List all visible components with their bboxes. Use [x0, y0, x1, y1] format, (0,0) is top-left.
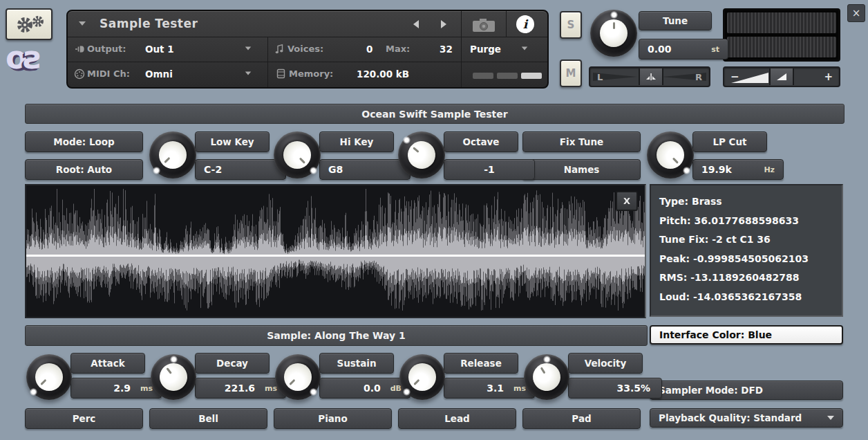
- interface-color-button[interactable]: Interface Color: Blue: [650, 325, 843, 345]
- memory-value: 120.00 kB: [357, 68, 409, 80]
- names-button[interactable]: Names: [522, 159, 641, 180]
- memory-icon: [276, 68, 285, 79]
- octave-knob[interactable]: [398, 131, 445, 178]
- sample-name-bar[interactable]: Sample: Along The Way 1: [25, 325, 648, 346]
- knob-tick: [290, 379, 296, 385]
- info-pitch: Pitch: 36.0177688598633: [659, 212, 833, 231]
- attack-label-plate: Attack: [70, 353, 145, 374]
- pan-slider[interactable]: L R: [589, 66, 710, 87]
- decay-value-plate: 221.6 ms: [195, 378, 286, 398]
- output-label: Output:: [87, 44, 126, 54]
- low-key-value: C-2: [204, 164, 222, 175]
- preset-piano-button[interactable]: Piano: [274, 408, 392, 429]
- divider: [461, 11, 462, 87]
- tune-label-plate: Tune: [639, 11, 712, 30]
- sample-name-text: Sample: Along The Way 1: [267, 330, 406, 341]
- names-label: Names: [564, 164, 600, 175]
- prev-instrument-icon[interactable]: [413, 20, 419, 28]
- low-key-value-plate: C-2: [195, 159, 286, 180]
- volume-slider[interactable]: − +: [723, 66, 840, 87]
- mute-label: M: [566, 67, 576, 80]
- root-button[interactable]: Root: Auto: [25, 159, 143, 180]
- attack-knob[interactable]: [26, 354, 72, 400]
- preset-perc-button[interactable]: Perc: [25, 408, 143, 429]
- velocity-value: 33.5%: [616, 383, 650, 394]
- solo-label: S: [567, 19, 575, 31]
- velocity-value-plate: 33.5%: [568, 378, 662, 398]
- instrument-collapse-icon[interactable]: [79, 21, 86, 26]
- pan-handle[interactable]: [639, 68, 663, 85]
- release-unit: ms: [513, 384, 526, 393]
- knob-highlight: [543, 356, 551, 363]
- instrument-title: Sample Tester: [100, 17, 198, 30]
- max-value[interactable]: 32: [440, 44, 453, 55]
- attack-value-plate: 2.9 ms: [70, 378, 162, 398]
- knob-highlight: [403, 136, 411, 144]
- playback-quality-button[interactable]: Playback Quality: Standard: [650, 408, 843, 428]
- knob-tick: [299, 157, 305, 163]
- octave-label: Octave: [463, 136, 500, 147]
- lp-cut-knob[interactable]: [647, 131, 694, 178]
- mode-button[interactable]: Mode: Loop: [25, 131, 143, 152]
- close-window-button[interactable]: ×: [847, 4, 865, 22]
- hi-key-label-plate: Hi Key: [319, 131, 394, 152]
- preset-bell-button[interactable]: Bell: [149, 408, 267, 429]
- midi-dropdown-icon[interactable]: [245, 71, 252, 75]
- playback-quality-dropdown-icon: [827, 416, 834, 420]
- midi-ch-value[interactable]: Omni: [145, 68, 173, 80]
- snapshot-camera-icon[interactable]: [471, 17, 496, 33]
- preset-lead-button[interactable]: Lead: [398, 408, 516, 429]
- kontakt-header: Sample Tester i Output: Out 1 Voices: 0 …: [66, 10, 549, 89]
- info-icon[interactable]: i: [516, 15, 534, 33]
- solo-button[interactable]: S: [560, 11, 582, 39]
- knob-highlight: [310, 167, 317, 174]
- low-key-knob[interactable]: [149, 131, 196, 178]
- playback-quality-label: Playback Quality: Standard: [659, 412, 802, 423]
- gears-icon: [12, 14, 46, 35]
- knob-cap: [600, 19, 628, 47]
- release-value-plate: 3.1 ms: [444, 378, 535, 398]
- output-dropdown-icon[interactable]: [245, 46, 252, 50]
- knob-highlight: [683, 167, 690, 174]
- knob-highlight: [170, 356, 178, 363]
- tune-knob[interactable]: [590, 10, 637, 57]
- knob-tick: [166, 367, 172, 374]
- purge-button[interactable]: Purge: [470, 44, 501, 55]
- divider: [68, 37, 547, 37]
- mute-button[interactable]: M: [560, 59, 582, 87]
- fix-tune-button[interactable]: Fix Tune: [522, 131, 641, 152]
- decay-unit: ms: [265, 384, 277, 393]
- tune-unit: st: [711, 45, 719, 54]
- attack-unit: ms: [140, 384, 153, 393]
- info-type: Type: Brass: [659, 192, 833, 212]
- instrument-title-text: Ocean Swift Sample Tester: [361, 109, 507, 120]
- tune-value-plate: 0.00 st: [639, 39, 728, 59]
- preset-pad-button[interactable]: Pad: [522, 408, 641, 429]
- decay-label-plate: Decay: [195, 353, 270, 374]
- info-peak: Peak: -0.999854505062103: [659, 250, 833, 269]
- output-value[interactable]: Out 1: [145, 44, 174, 55]
- purge-dropdown-icon[interactable]: [522, 46, 528, 50]
- low-key-label: Low Key: [210, 136, 254, 147]
- sustain-knob[interactable]: [275, 354, 321, 400]
- sample-info-panel: Type: Brass Pitch: 36.0177688598633 Tune…: [650, 184, 843, 317]
- release-knob[interactable]: [399, 354, 445, 400]
- voices-value: 0: [366, 44, 372, 55]
- logo-letter-o: o: [6, 39, 25, 76]
- knob-tick: [414, 379, 420, 385]
- divider: [68, 62, 547, 62]
- sampler-mode-label: Sampler Mode: DFD: [659, 385, 763, 396]
- waveform-close-button[interactable]: X: [616, 191, 638, 211]
- velocity-knob[interactable]: [524, 354, 569, 400]
- volume-handle[interactable]: [769, 68, 794, 85]
- next-instrument-icon[interactable]: [441, 20, 446, 28]
- meter-right: [727, 37, 836, 57]
- lp-cut-label: LP Cut: [713, 136, 746, 147]
- settings-gears-button[interactable]: [6, 8, 53, 40]
- sampler-mode-button[interactable]: Sampler Mode: DFD: [650, 381, 843, 400]
- decay-knob[interactable]: [151, 354, 196, 400]
- sustain-label: Sustain: [337, 358, 376, 369]
- memory-label: Memory:: [289, 68, 333, 79]
- hi-key-knob[interactable]: [274, 131, 321, 178]
- velocity-label-plate: Velocity: [568, 353, 643, 374]
